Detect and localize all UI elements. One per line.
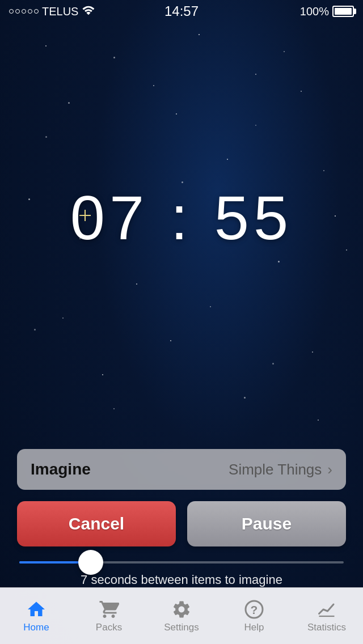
battery-icon xyxy=(332,6,354,17)
statistics-icon xyxy=(316,599,337,620)
signal-dot-3 xyxy=(22,9,26,14)
chevron-right-icon: › xyxy=(327,461,332,478)
slider-container[interactable]: 7 seconds between items to imagine xyxy=(17,561,346,587)
tab-bar: Home Packs Settings ? Help xyxy=(0,587,363,644)
battery-percentage: 100% xyxy=(300,5,329,18)
signal-dot-4 xyxy=(28,9,32,14)
tab-packs-label: Packs xyxy=(96,622,122,633)
status-right: 100% xyxy=(300,5,354,18)
tab-home-label: Home xyxy=(23,622,49,633)
battery-fill xyxy=(335,8,352,15)
signal-dot-5 xyxy=(34,9,39,14)
tab-settings[interactable]: Settings xyxy=(145,595,218,638)
signal-indicator xyxy=(9,9,39,14)
svg-text:?: ? xyxy=(251,603,258,616)
wifi-icon xyxy=(82,4,94,19)
imagine-subtitle: Simple Things xyxy=(229,461,322,478)
tab-settings-label: Settings xyxy=(164,622,199,633)
imagine-right-group: Simple Things › xyxy=(229,461,332,478)
status-bar: TELUS 14:57 100% xyxy=(0,0,363,23)
action-buttons-row: Cancel Pause xyxy=(17,501,346,546)
main-content: Imagine Simple Things › Cancel Pause 7 s… xyxy=(0,449,363,587)
status-left: TELUS xyxy=(9,4,94,19)
tab-help[interactable]: ? Help xyxy=(218,595,290,638)
timer-text: 07 : 55 xyxy=(70,183,293,252)
signal-dot-1 xyxy=(9,9,14,14)
help-icon: ? xyxy=(244,599,264,620)
imagine-label: Imagine xyxy=(31,460,91,478)
settings-icon xyxy=(171,599,192,620)
tab-packs[interactable]: Packs xyxy=(73,595,145,638)
tab-home[interactable]: Home xyxy=(0,595,73,638)
pause-button[interactable]: Pause xyxy=(187,501,346,546)
slider-track xyxy=(19,561,344,564)
tab-statistics-label: Statistics xyxy=(307,622,346,633)
carrier-label: TELUS xyxy=(42,5,78,18)
cancel-button[interactable]: Cancel xyxy=(17,501,176,546)
tab-statistics[interactable]: Statistics xyxy=(290,595,363,638)
signal-dot-2 xyxy=(15,9,20,14)
tab-help-label: Help xyxy=(244,622,264,633)
slider-thumb[interactable] xyxy=(78,550,103,575)
timer-display: 07 : 55 xyxy=(0,181,363,253)
slider-label: 7 seconds between items to imagine xyxy=(19,573,344,587)
home-icon xyxy=(26,599,47,620)
status-time: 14:57 xyxy=(164,3,199,19)
packs-icon xyxy=(99,599,119,620)
imagine-selector-bar[interactable]: Imagine Simple Things › xyxy=(17,449,346,490)
